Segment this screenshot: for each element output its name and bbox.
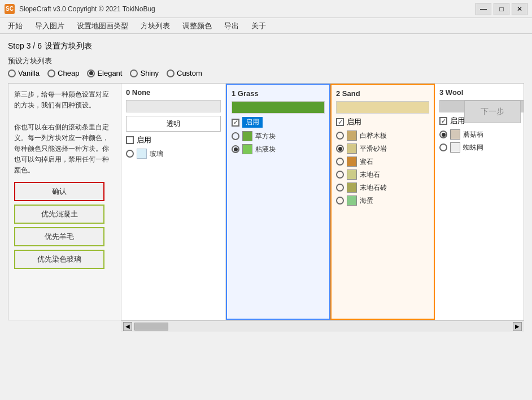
confirm-button[interactable]: 确认: [14, 182, 104, 201]
sand-color-preview: [336, 101, 429, 114]
app-icon: SC: [5, 4, 15, 14]
radio-shiny[interactable]: [130, 69, 138, 77]
cobweb-label: 蜘蛛网: [463, 143, 483, 153]
concrete-button[interactable]: 优先混凝土: [14, 205, 104, 224]
smooth-stone-radio[interactable]: [336, 145, 344, 153]
end-stone-brick-label: 末地石砖: [360, 183, 387, 193]
end-stone-icon: [347, 169, 357, 180]
mushroom-stem-icon: [450, 129, 460, 140]
menu-map-type[interactable]: 设置地图画类型: [71, 19, 134, 33]
wool-enabled-checkbox[interactable]: [439, 117, 447, 125]
window-controls: — □ ✕: [476, 3, 527, 15]
end-stone-brick-option: 末地石砖: [336, 182, 429, 193]
end-stone-brick-radio[interactable]: [336, 184, 344, 192]
none-glass-option: 玻璃: [126, 149, 221, 159]
menu-import[interactable]: 导入图片: [29, 19, 70, 33]
preset-cheap[interactable]: Cheap: [47, 69, 79, 77]
scroll-left-arrow[interactable]: ◀: [123, 322, 132, 331]
slime-label: 粘液块: [255, 145, 276, 154]
radio-custom[interactable]: [167, 69, 175, 77]
column-sand: 2 Sand 启用 白桦木板 平滑砂岩: [330, 84, 435, 320]
sea-egg-label: 海蛋: [360, 196, 373, 206]
none-enabled-checkbox[interactable]: [126, 136, 134, 144]
none-glass-icon: [137, 149, 147, 159]
grass-enabled-label: 启用: [242, 117, 263, 128]
preset-shiny[interactable]: Shiny: [130, 69, 159, 77]
menu-start[interactable]: 开始: [2, 19, 28, 33]
none-enabled-row: 启用: [126, 135, 221, 145]
honeycomb-radio[interactable]: [336, 158, 344, 166]
menu-adjust-color[interactable]: 调整颜色: [177, 19, 217, 33]
scroll-track[interactable]: [132, 323, 513, 331]
grass-color-preview: [232, 101, 325, 114]
content-area: 第三步，给每一种颜色设置对应的方块，我们有四种预设。 你也可以在右侧的滚动条里自…: [8, 83, 524, 320]
maximize-button[interactable]: □: [494, 3, 509, 15]
wool-button[interactable]: 优先羊毛: [14, 227, 104, 246]
scrollbar: ◀ ▶: [121, 320, 524, 332]
radio-elegant[interactable]: [87, 69, 95, 77]
none-glass-label: 玻璃: [150, 149, 163, 159]
stained-glass-button[interactable]: 优先染色玻璃: [14, 250, 104, 269]
preset-custom[interactable]: Custom: [167, 69, 202, 77]
col-wool-title: 3 Wool: [439, 88, 524, 97]
step-title: Step 3 / 6 设置方块列表: [8, 40, 524, 51]
menu-export[interactable]: 导出: [219, 19, 245, 33]
cobweb-radio[interactable]: [439, 144, 447, 151]
sand-enabled-checkbox[interactable]: [336, 118, 344, 126]
grass-enabled-row: 启用: [232, 117, 325, 128]
grass-block-option: 草方块: [232, 131, 325, 141]
radio-vanilla[interactable]: [8, 69, 16, 77]
preset-vanilla[interactable]: Vanilla: [8, 69, 40, 77]
menu-bar: 开始 导入图片 设置地图画类型 方块列表 调整颜色 导出 关于: [0, 18, 532, 34]
birch-plank-radio[interactable]: [336, 132, 344, 140]
birch-plank-icon: [347, 131, 357, 141]
none-glass-radio[interactable]: [126, 150, 134, 158]
none-color-preview: [126, 100, 221, 112]
sand-enabled-row: 启用: [336, 117, 429, 127]
preset-options: Vanilla Cheap Elegant Shiny Custom: [8, 69, 524, 77]
col-none-title: 0 None: [126, 88, 221, 97]
block-columns: 0 None 透明 启用 玻璃 1 Grass 启: [121, 84, 524, 320]
title-bar-text: SlopeCraft v3.0 Copyright © 2021 TokiNoB…: [19, 5, 476, 13]
mushroom-stem-label: 蘑菇柄: [463, 130, 483, 140]
transparent-button[interactable]: 透明: [126, 116, 221, 132]
sand-enabled-label: 启用: [347, 117, 361, 127]
grass-block-label: 草方块: [255, 132, 276, 141]
menu-block-list[interactable]: 方块列表: [135, 19, 176, 33]
preset-label: 预设方块列表: [8, 56, 524, 66]
end-stone-brick-icon: [347, 182, 357, 193]
grass-enabled-checkbox[interactable]: [232, 119, 239, 127]
slime-option: 粘液块: [232, 144, 325, 154]
close-button[interactable]: ✕: [512, 3, 527, 15]
scroll-right-arrow[interactable]: ▶: [513, 322, 522, 331]
menu-about[interactable]: 关于: [246, 19, 272, 33]
sidebar-description: 第三步，给每一种颜色设置对应的方块，我们有四种预设。 你也可以在右侧的滚动条里自…: [14, 89, 115, 176]
minimize-button[interactable]: —: [476, 3, 491, 15]
honeycomb-label: 蜜石: [360, 157, 373, 167]
slime-icon: [242, 144, 252, 154]
end-stone-radio[interactable]: [336, 171, 344, 179]
grass-block-radio[interactable]: [232, 132, 239, 140]
main-content: Step 3 / 6 设置方块列表 预设方块列表 Vanilla Cheap E…: [0, 34, 532, 400]
radio-cheap[interactable]: [47, 69, 55, 77]
grass-block-icon: [242, 131, 252, 141]
cobweb-icon: [450, 142, 460, 153]
cobweb-option: 蜘蛛网: [439, 142, 524, 153]
smooth-stone-option: 平滑砂岩: [336, 144, 429, 154]
end-stone-option: 末地石: [336, 169, 429, 180]
column-grass: 1 Grass 启用 草方块 粘液块: [226, 84, 330, 320]
preset-section: 预设方块列表 Vanilla Cheap Elegant Shiny Custo…: [8, 56, 524, 77]
preset-elegant[interactable]: Elegant: [87, 69, 122, 77]
left-sidebar: 第三步，给每一种颜色设置对应的方块，我们有四种预设。 你也可以在右侧的滚动条里自…: [8, 84, 121, 320]
slime-radio[interactable]: [232, 145, 239, 153]
sea-egg-icon: [347, 195, 357, 206]
col-grass-title: 1 Grass: [232, 89, 325, 98]
birch-plank-option: 白桦木板: [336, 131, 429, 141]
next-button[interactable]: 下一步: [464, 101, 521, 123]
wool-enabled-label: 启用: [450, 116, 465, 126]
mushroom-stem-radio[interactable]: [439, 131, 447, 138]
honeycomb-option: 蜜石: [336, 156, 429, 167]
scroll-thumb[interactable]: [134, 323, 168, 331]
smooth-stone-icon: [347, 144, 357, 154]
sea-egg-radio[interactable]: [336, 197, 344, 205]
